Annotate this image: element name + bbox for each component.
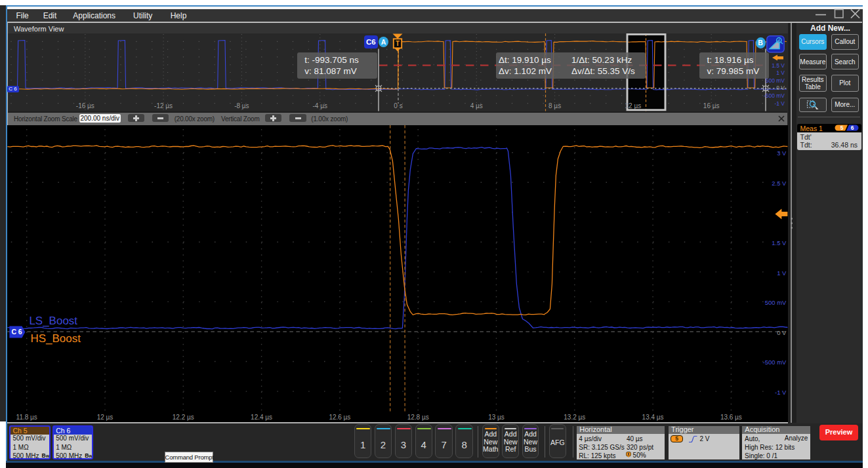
svg-text:13.2 µs: 13.2 µs [564,414,585,421]
svg-text:1.5 V: 1.5 V [772,62,785,69]
svg-text:500 mV: 500 mV [766,77,785,84]
svg-text:6: 6 [851,125,854,131]
svg-text:-8 µs: -8 µs [234,102,249,109]
svg-text:0 V: 0 V [776,85,785,91]
svg-text:13.6 µs: 13.6 µs [720,414,742,421]
svg-text:0 V: 0 V [777,328,787,336]
svg-text:-500 mV: -500 mV [764,92,785,99]
svg-text:HS_Boost: HS_Boost [30,332,81,344]
svg-text:LS_Boost: LS_Boost [29,314,77,326]
svg-text:-16 µs: -16 µs [76,102,94,109]
svg-text:16 µs: 16 µs [703,102,720,109]
svg-text:C 6: C 6 [11,328,22,336]
svg-text:12.8 µs: 12.8 µs [407,414,428,421]
svg-text:500 mV: 500 mV [764,299,786,306]
svg-text:8 µs: 8 µs [548,102,561,109]
svg-text:12.2 µs: 12.2 µs [172,414,194,421]
svg-text:-1 V: -1 V [774,100,785,107]
svg-text:1 V: 1 V [776,69,785,76]
svg-text:12 µs: 12 µs [625,102,642,109]
svg-text:4 µs: 4 µs [470,102,483,109]
svg-text:11.8 µs: 11.8 µs [16,414,37,421]
svg-text:-12 µs: -12 µs [154,102,173,109]
svg-text:T: T [396,40,400,47]
svg-text:12.6 µs: 12.6 µs [329,414,350,421]
svg-text:13.4 µs: 13.4 µs [642,414,663,421]
svg-text:5: 5 [840,125,844,131]
svg-text:12.4 µs: 12.4 µs [251,414,272,421]
svg-text:1.5 V: 1.5 V [772,239,787,246]
svg-text:3 V: 3 V [777,149,787,157]
svg-text:-1 V: -1 V [775,388,787,395]
svg-text:1 V: 1 V [777,269,787,276]
svg-text:12 µs: 12 µs [96,414,113,421]
svg-text:-500 mV: -500 mV [762,359,787,366]
svg-text:2.5 V: 2.5 V [772,179,787,186]
svg-text:-4 µs: -4 µs [312,102,327,109]
svg-text:0 s: 0 s [394,102,402,109]
svg-text:13 µs: 13 µs [488,414,505,421]
